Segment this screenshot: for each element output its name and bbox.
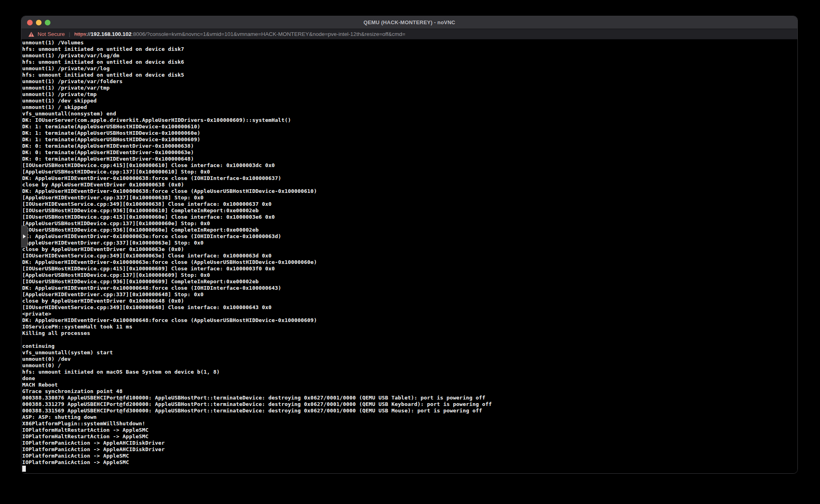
terminal-line: [IOUserHIDEventService.cpp:349][0x100000… xyxy=(22,304,492,311)
novnc-viewport: unmount(1) /Volumeshfs: unmount initiate… xyxy=(21,40,797,474)
window-title: QEMU (HACK-MONTEREY) - noVNC xyxy=(21,19,797,25)
terminal-line: Killing all processes xyxy=(22,330,492,337)
terminal-line: X86PlatformPlugin::systemWillShutdown! xyxy=(22,420,492,427)
terminal-line: IOPlatformPanicAction -> AppleSMC xyxy=(22,453,492,459)
terminal-line: DK: 0: terminate(AppleUserHIDEventDriver… xyxy=(22,156,492,162)
terminal-line: unmount(0) /dev xyxy=(22,356,492,362)
terminal-line: DK: 1: terminate(AppleUserUSBHostHIDDevi… xyxy=(22,123,492,130)
terminal-line: hfs: unmount initiated on untitled on de… xyxy=(22,59,492,65)
terminal-line: [IOUserUSBHostHIDDevice.cpp:415][0x10000… xyxy=(22,162,492,169)
terminal-line: hfs: unmount initiated on untitled on de… xyxy=(22,46,492,52)
zoom-window-button[interactable] xyxy=(45,20,50,25)
terminal-line: [IOUserUSBHostHIDDevice.cpp:415][0x10000… xyxy=(22,266,492,272)
terminal-line: unmount(1) /private/var/log xyxy=(22,65,492,72)
terminal-line: 000388.331569 AppleUSBEHCIPort@fd300000:… xyxy=(22,408,492,414)
terminal-line: [AppleUserHIDEventDriver.cpp:337][0x1000… xyxy=(22,194,492,201)
terminal-line: vfs_unmountall(nonsystem) end xyxy=(22,111,492,117)
terminal-line: unmount(1) /private/var/tmp xyxy=(22,85,492,91)
warning-triangle-icon xyxy=(28,31,34,37)
terminal-cursor xyxy=(22,466,26,472)
terminal-line: [AppleUserUSBHostHIDDevice.cpp:137][0x10… xyxy=(22,169,492,175)
terminal-line: MACH Reboot xyxy=(22,382,492,388)
terminal-line: unmount(1) /private/tmp xyxy=(22,91,492,98)
screen-background: QEMU (HACK-MONTEREY) - noVNC Not Secure … xyxy=(0,0,820,504)
terminal-line: ASP: ASP: shutting down xyxy=(22,414,492,420)
browser-url-bar[interactable]: Not Secure | https://192.168.100.102:800… xyxy=(21,29,797,40)
terminal-output[interactable]: unmount(1) /Volumeshfs: unmount initiate… xyxy=(22,40,492,472)
url-scheme: https xyxy=(74,31,86,37)
terminal-line: DK: 0: terminate(AppleUserHIDEventDriver… xyxy=(22,149,492,156)
terminal-line: DK: AppleUserHIDEventDriver-0x10000063e:… xyxy=(22,259,492,266)
terminal-line: DK: AppleUserHIDEventDriver-0x100000648:… xyxy=(22,285,492,291)
terminal-line: unmount(0) / xyxy=(22,362,492,369)
terminal-line: DK: 1: terminate(AppleUserUSBHostHIDDevi… xyxy=(22,130,492,136)
terminal-line: [IOUserUSBHostHIDDevice.cpp:936][0x10000… xyxy=(22,207,492,214)
terminal-line: [AppleUserHIDEventDriver.cpp:337][0x1000… xyxy=(22,291,492,298)
terminal-line: DK: AppleUserHIDEventDriver-0x100000648:… xyxy=(22,317,492,324)
terminal-line: hfs: unmount initiated on macOS Base Sys… xyxy=(22,369,492,375)
terminal-line xyxy=(22,337,492,343)
terminal-line: 000388.331279 AppleUSBEHCIPort@fd200000:… xyxy=(22,401,492,408)
terminal-line: DK: AppleUserHIDEventDriver-0x100000638:… xyxy=(22,175,492,182)
terminal-line: unmount(1) / skipped xyxy=(22,104,492,111)
terminal-line: [IOUserUSBHostHIDDevice.cpp:936][0x10000… xyxy=(22,278,492,285)
window-titlebar: QEMU (HACK-MONTEREY) - noVNC xyxy=(21,16,797,29)
terminal-line: unmount(1) /private/var/folders xyxy=(22,78,492,85)
terminal-line: continuing xyxy=(22,343,492,349)
terminal-line: DK: 0: terminate(AppleUserHIDEventDriver… xyxy=(22,143,492,149)
terminal-line: unmount(1) /dev skipped xyxy=(22,98,492,104)
terminal-line: IOPlatformPanicAction -> AppleAHCIDiskDr… xyxy=(22,440,492,446)
url-text[interactable]: https://192.168.100.102:8006/?console=kv… xyxy=(74,31,405,37)
terminal-line: DK: AppleUserHIDEventDriver-0x10000063e:… xyxy=(22,233,492,240)
terminal-line: IOPlatformPanicAction -> AppleSMC xyxy=(22,459,492,466)
terminal-line: GTrace synchronization point 48 xyxy=(22,388,492,395)
terminal-line: DK: IOUserServer(com.apple.driverkit.App… xyxy=(22,117,492,123)
chevron-right-icon xyxy=(23,234,26,238)
minimize-window-button[interactable] xyxy=(36,20,42,25)
terminal-line: unmount(1) /Volumes xyxy=(22,40,492,46)
terminal-line: close by AppleUserHIDEventDriver 0x10000… xyxy=(22,182,492,188)
terminal-line: close by AppleUserHIDEventDriver 0x10000… xyxy=(22,246,492,253)
terminal-line: [AppleUserHIDEventDriver.cpp:337][0x1000… xyxy=(22,240,492,246)
terminal-line: [IOUserUSBHostHIDDevice.cpp:415][0x10000… xyxy=(22,214,492,220)
traffic-lights xyxy=(27,16,50,29)
browser-window: QEMU (HACK-MONTEREY) - noVNC Not Secure … xyxy=(21,16,798,474)
terminal-line: DK: 1: terminate(AppleUserUSBHostHIDDevi… xyxy=(22,136,492,143)
terminal-line: [IOUserHIDEventService.cpp:349][0x100000… xyxy=(22,201,492,207)
not-secure-label: Not Secure xyxy=(38,31,65,37)
terminal-line: [AppleUserUSBHostHIDDevice.cpp:137][0x10… xyxy=(22,272,492,278)
terminal-line: unmount(1) /private/var/log/dm xyxy=(22,52,492,59)
terminal-line: [IOUserHIDEventService.cpp:349][0x100000… xyxy=(22,253,492,259)
novnc-control-bar-handle[interactable] xyxy=(21,226,28,247)
terminal-line: hfs: unmount initiated on untitled on de… xyxy=(22,72,492,78)
terminal-line: IOPlatformHaltRestartAction -> AppleSMC xyxy=(22,427,492,433)
terminal-line: IOPlatformHaltRestartAction -> AppleSMC xyxy=(22,433,492,440)
terminal-line: close by AppleUserHIDEventDriver 0x10000… xyxy=(22,298,492,304)
terminal-line: IOServicePH::systemHalt took 11 ms xyxy=(22,324,492,330)
terminal-line: vfs_unmountall(system) start xyxy=(22,349,492,356)
terminal-line: DK: AppleUserHIDEventDriver-0x100000638:… xyxy=(22,188,492,194)
url-path: :8006/?console=kvm&novnc=1&vmid=101&vmna… xyxy=(132,31,405,37)
url-scheme-separator: :// xyxy=(86,31,90,37)
close-window-button[interactable] xyxy=(27,20,33,25)
terminal-line: [IOUserUSBHostHIDDevice.cpp:936][0x10000… xyxy=(22,227,492,233)
terminal-line: IOPlatformPanicAction -> AppleAHCIDiskDr… xyxy=(22,446,492,453)
terminal-line: <private> xyxy=(22,311,492,317)
urlbar-divider: | xyxy=(69,31,71,37)
terminal-line: 000388.330876 AppleUSBEHCIPort@fd100000:… xyxy=(22,395,492,401)
terminal-line: done xyxy=(22,375,492,382)
url-host: 192.168.100.102 xyxy=(91,31,132,37)
terminal-line: [AppleUserUSBHostHIDDevice.cpp:137][0x10… xyxy=(22,220,492,227)
